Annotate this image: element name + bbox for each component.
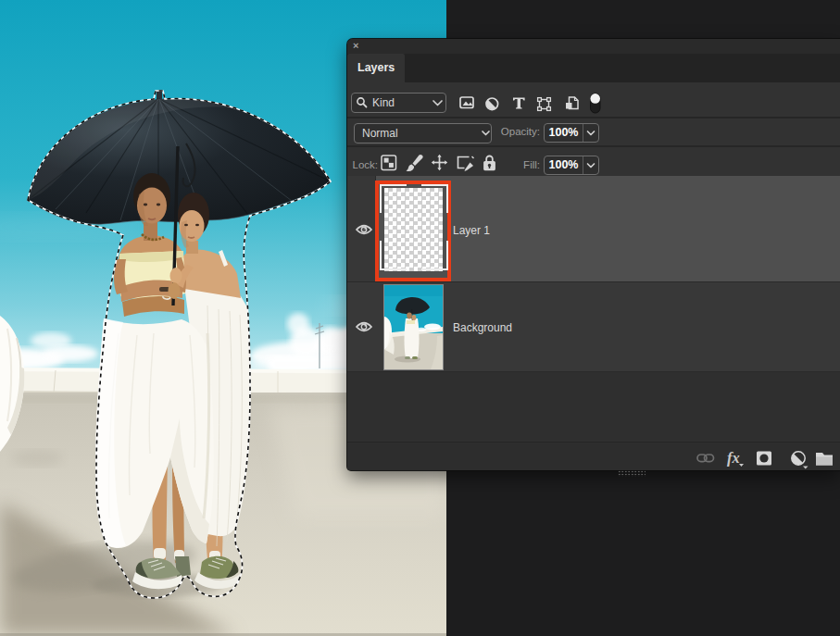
- svg-text:fx: fx: [727, 449, 740, 467]
